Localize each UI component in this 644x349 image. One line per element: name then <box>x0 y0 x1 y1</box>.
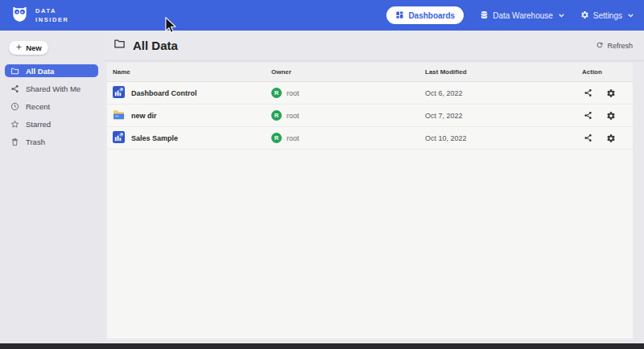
table-row[interactable]: Dashboard Control R root Oct 6, 2022 <box>107 82 633 105</box>
gear-button[interactable] <box>606 88 616 98</box>
app-logo: DATA INSIDER <box>10 5 69 27</box>
share-button[interactable] <box>584 133 592 142</box>
file-name: new dir <box>131 112 157 120</box>
column-header-name: Name <box>107 68 266 76</box>
owl-logo-icon <box>10 5 29 27</box>
settings-label: Settings <box>593 11 622 20</box>
share-button[interactable] <box>584 88 592 97</box>
database-icon <box>480 10 489 21</box>
last-modified: Oct 10, 2022 <box>419 134 576 142</box>
new-button-label: New <box>26 43 42 52</box>
folder-file-icon <box>113 109 125 122</box>
column-header-last-modified: Last Modified <box>419 68 576 76</box>
file-table: Name Owner Last Modified Action <box>107 63 633 339</box>
chevron-down-icon <box>628 14 634 18</box>
settings-menu[interactable]: Settings <box>580 10 634 21</box>
owner-avatar: R <box>271 88 282 98</box>
bottom-edge-bar <box>0 343 644 349</box>
dashboards-button[interactable]: Dashboards <box>386 6 464 24</box>
table-row[interactable]: new dir R root Oct 7, 2022 <box>107 105 633 127</box>
data-warehouse-menu[interactable]: Data Warehouse <box>480 10 564 21</box>
clock-icon <box>10 102 19 111</box>
sidebar-item-shared-with-me[interactable]: Shared With Me <box>5 82 98 95</box>
sidebar-item-trash[interactable]: Trash <box>5 135 98 148</box>
sidebar-item-label: All Data <box>26 67 54 76</box>
sidebar-menu: All Data Shared With Me Recent <box>0 64 103 148</box>
chevron-down-icon <box>559 14 564 18</box>
file-name: Dashboard Control <box>131 89 197 97</box>
sidebar-item-starred[interactable]: Starred <box>5 117 98 130</box>
dashboard-file-icon <box>113 86 125 100</box>
main-panel: All Data Refresh Name Owner Last Modifie… <box>103 31 644 343</box>
table-row[interactable]: Sales Sample R root Oct 10, 2022 <box>107 127 633 150</box>
content-header: All Data Refresh <box>103 31 644 61</box>
sidebar-item-label: Recent <box>26 102 50 111</box>
table-header: Name Owner Last Modified Action <box>107 63 633 82</box>
gear-icon <box>580 10 589 21</box>
trash-icon <box>10 138 19 146</box>
column-header-action: Action <box>576 68 633 76</box>
owner-name: root <box>287 112 299 120</box>
dashboard-file-icon <box>113 131 125 145</box>
star-icon <box>10 120 19 129</box>
top-nav: Dashboards Data Warehouse <box>386 6 634 24</box>
owner-avatar: R <box>271 133 282 143</box>
app-window: DATA INSIDER Dashboards <box>0 0 644 349</box>
new-button[interactable]: New <box>9 41 48 55</box>
owner-avatar: R <box>271 110 282 121</box>
owner-name: root <box>287 134 299 142</box>
sidebar-item-recent[interactable]: Recent <box>5 100 98 113</box>
gear-button[interactable] <box>606 133 616 143</box>
refresh-button[interactable]: Refresh <box>596 41 633 51</box>
last-modified: Oct 6, 2022 <box>419 89 576 97</box>
column-header-owner: Owner <box>266 68 419 76</box>
page-title: All Data <box>133 39 178 52</box>
plus-icon <box>15 43 23 52</box>
file-name: Sales Sample <box>131 134 178 142</box>
folder-icon <box>114 38 126 53</box>
last-modified: Oct 7, 2022 <box>419 112 576 120</box>
app-name: DATA INSIDER <box>35 6 69 25</box>
sidebar: New All Data Shared With <box>0 31 103 343</box>
owner-name: root <box>287 89 299 97</box>
refresh-icon <box>596 41 604 51</box>
dashboards-label: Dashboards <box>408 11 455 20</box>
share-icon <box>10 84 19 93</box>
sidebar-item-label: Shared With Me <box>26 84 80 93</box>
data-warehouse-label: Data Warehouse <box>493 11 553 20</box>
dashboard-icon <box>395 10 404 21</box>
top-header: DATA INSIDER Dashboards <box>0 0 644 31</box>
sidebar-item-label: Trash <box>26 138 45 146</box>
share-button[interactable] <box>584 111 592 120</box>
refresh-label: Refresh <box>607 42 633 50</box>
sidebar-item-label: Starred <box>26 120 51 129</box>
sidebar-item-all-data[interactable]: All Data <box>5 64 98 77</box>
gear-button[interactable] <box>606 111 616 121</box>
folder-icon <box>10 67 19 76</box>
